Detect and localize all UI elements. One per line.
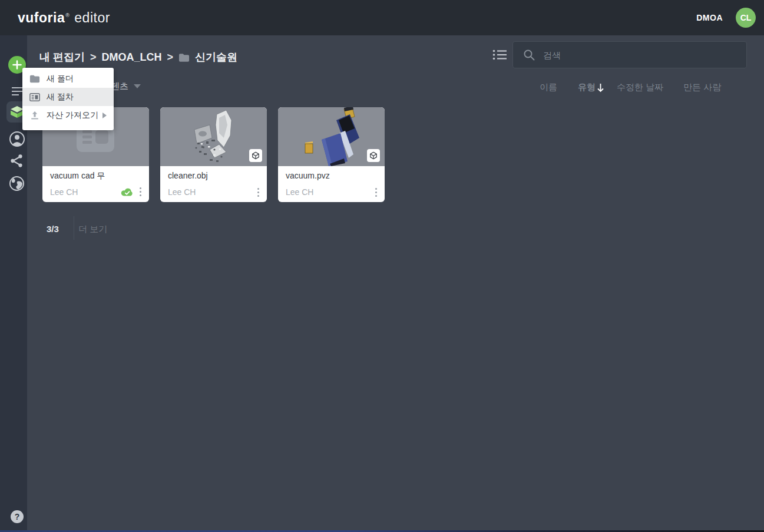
sort-descending-icon [597, 83, 604, 92]
cube-icon [369, 151, 378, 160]
menu-list-icon[interactable] [12, 87, 22, 97]
sort-by-type[interactable]: 유형 [578, 82, 604, 93]
folder-icon [178, 53, 190, 62]
organization-label[interactable]: DMOA [696, 13, 723, 22]
registered-mark: ® [65, 12, 70, 18]
type-badge-3d [367, 149, 380, 162]
card-thumbnail [278, 107, 385, 166]
procedure-icon [29, 92, 40, 102]
menu-item-new-folder[interactable]: 새 폴더 [22, 70, 114, 88]
type-badge-3d [249, 149, 262, 162]
card-title: vacuum.pvz [286, 171, 377, 180]
list-view-icon [492, 49, 507, 61]
sort-by-modified-date[interactable]: 수정한 날짜 [617, 82, 663, 93]
card-info: cleaner.obj Lee CH [160, 166, 267, 202]
card-thumbnail [160, 107, 267, 166]
plus-icon [12, 60, 22, 70]
card-owner: Lee CH [286, 187, 375, 197]
card-footer: Lee CH [50, 187, 141, 197]
card-menu-button[interactable] [375, 188, 377, 197]
folder-icon [29, 74, 40, 84]
top-bar: vuforia ® editor DMOA CL [0, 0, 764, 35]
add-new-context-menu: 새 폴더 새 절차 자산 가져오기 [22, 68, 114, 130]
upload-icon [29, 111, 40, 120]
card-owner: Lee CH [168, 187, 257, 197]
breadcrumb-item-my-editor[interactable]: 내 편집기 [39, 50, 85, 64]
breadcrumb-separator: > [167, 51, 174, 64]
cube-icon [252, 151, 260, 160]
search-box [512, 41, 747, 68]
card-title: vacuum cad 무 [50, 171, 141, 181]
share-icon [9, 153, 24, 168]
sort-by-name[interactable]: 이름 [540, 82, 557, 93]
vuforia-editor-window: vuforia ® editor DMOA CL [0, 0, 764, 532]
sort-header-row: 이름 유형 수정한 날짜 만든 사람 [27, 82, 764, 94]
breadcrumb: 내 편집기 > DMOA_LCH > 신기술원 [39, 50, 237, 64]
search-icon [523, 49, 535, 61]
content-area: 내 편집기 > DMOA_LCH > 신기술원 콘텐츠 [27, 35, 764, 532]
topbar-right-cluster: DMOA CL [696, 8, 756, 28]
sidebar-item-share[interactable] [9, 153, 25, 170]
person-icon [9, 131, 25, 147]
breadcrumb-separator: > [90, 51, 97, 64]
asset-card[interactable]: cleaner.obj Lee CH [160, 107, 267, 202]
card-footer: Lee CH [286, 187, 377, 197]
card-menu-button[interactable] [139, 187, 141, 196]
sidebar-item-public[interactable] [9, 176, 25, 192]
user-avatar[interactable]: CL [736, 8, 756, 28]
card-title: cleaner.obj [168, 171, 259, 180]
submenu-arrow-icon [102, 113, 107, 118]
card-info: vacuum cad 무 Lee CH [42, 166, 149, 202]
sort-by-creator[interactable]: 만든 사람 [683, 82, 721, 93]
menu-item-new-procedure[interactable]: 새 절차 [22, 88, 114, 106]
help-button[interactable]: ? [11, 510, 24, 523]
list-view-toggle[interactable] [492, 49, 507, 61]
asset-card[interactable]: vacuum.pvz Lee CH [278, 107, 385, 202]
load-more-button[interactable]: 더 보기 [78, 224, 107, 235]
card-info: vacuum.pvz Lee CH [278, 166, 385, 202]
pagination-divider [74, 216, 74, 240]
logo-primary: vuforia [18, 10, 65, 26]
breadcrumb-item-project[interactable]: DMOA_LCH [102, 51, 162, 64]
logo-secondary: editor [74, 10, 110, 26]
item-count: 3/3 [47, 224, 59, 234]
cloud-synced-icon [120, 187, 134, 197]
card-owner: Lee CH [50, 187, 120, 197]
card-footer: Lee CH [168, 187, 259, 197]
sidebar-item-account[interactable] [9, 131, 25, 147]
menu-item-import-assets[interactable]: 자산 가져오기 [22, 106, 114, 124]
globe-icon [9, 176, 25, 191]
vuforia-editor-logo: vuforia ® editor [18, 10, 110, 26]
card-menu-button[interactable] [257, 188, 259, 197]
search-input[interactable] [542, 49, 746, 61]
breadcrumb-item-current-folder: 신기술원 [195, 50, 237, 64]
